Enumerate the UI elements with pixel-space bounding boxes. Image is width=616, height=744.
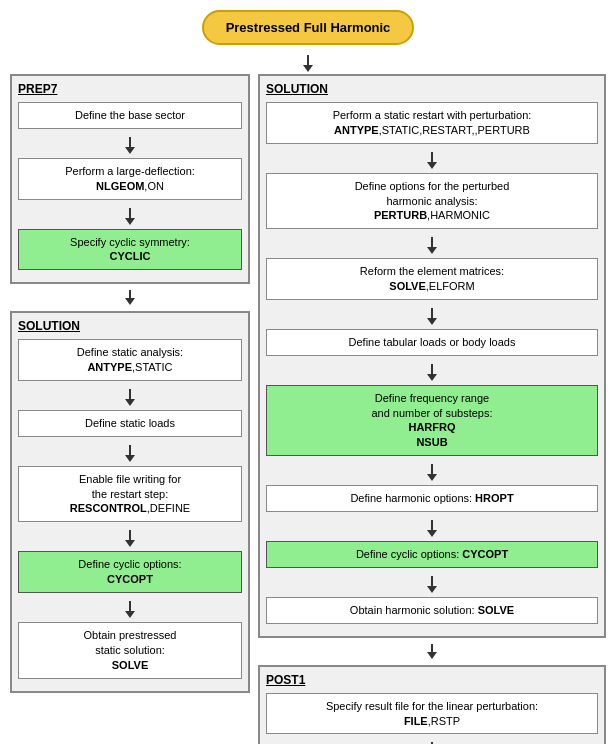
arrow (18, 135, 242, 156)
prep7-panel: PREP7 Define the base sector Perform a l… (10, 74, 250, 284)
right-sol-box-0: Perform a static restart with perturbati… (266, 102, 598, 144)
post1-panel: POST1 Specify result file for the linear… (258, 665, 606, 744)
main-row: PREP7 Define the base sector Perform a l… (10, 74, 606, 744)
left-solution-panel: SOLUTION Define static analysis:ANTYPE,S… (10, 311, 250, 692)
left-column: PREP7 Define the base sector Perform a l… (10, 74, 250, 693)
right-sol-box-2: Reform the element matrices:SOLVE,ELFORM (266, 258, 598, 300)
prep7-title: PREP7 (18, 82, 242, 96)
left-prep7-box-1: Perform a large-deflection:NLGEOM,ON (18, 158, 242, 200)
top-arrow (303, 55, 313, 72)
prep7-inner: Define the base sector Perform a large-d… (18, 102, 242, 274)
left-solution-inner: Define static analysis:ANTYPE,STATIC Def… (18, 339, 242, 682)
left-solution-title: SOLUTION (18, 319, 242, 333)
left-sol-box-4: Obtain prestressedstatic solution:SOLVE (18, 622, 242, 679)
right-sol-box-1: Define options for the perturbedharmonic… (266, 173, 598, 230)
oval-label: Prestressed Full Harmonic (226, 20, 391, 35)
right-solution-panel: SOLUTION Perform a static restart with p… (258, 74, 606, 638)
left-sol-box-1: Define static loads (18, 410, 242, 437)
between-arrow (125, 288, 135, 307)
left-prep7-box-2: Specify cyclic symmetry:CYCLIC (18, 229, 242, 271)
right-sol-box-4: Define frequency rangeand number of subs… (266, 385, 598, 456)
right-between-arrow (427, 642, 437, 661)
left-sol-box-2: Enable file writing forthe restart step:… (18, 466, 242, 523)
arrow (18, 206, 242, 227)
post1-box-0: Specify result file for the linear pertu… (266, 693, 598, 735)
post1-inner: Specify result file for the linear pertu… (266, 693, 598, 744)
left-sol-box-0: Define static analysis:ANTYPE,STATIC (18, 339, 242, 381)
right-solution-title: SOLUTION (266, 82, 598, 96)
post1-title: POST1 (266, 673, 598, 687)
page-container: Prestressed Full Harmonic PREP7 Define t… (10, 10, 606, 744)
right-sol-box-5: Define harmonic options: HROPT (266, 485, 598, 512)
right-sol-box-3: Define tabular loads or body loads (266, 329, 598, 356)
right-sol-box-7: Obtain harmonic solution: SOLVE (266, 597, 598, 624)
right-column: SOLUTION Perform a static restart with p… (258, 74, 606, 744)
left-prep7-box-0: Define the base sector (18, 102, 242, 129)
left-sol-box-3: Define cyclic options:CYCOPT (18, 551, 242, 593)
right-sol-box-6: Define cyclic options: CYCOPT (266, 541, 598, 568)
right-solution-inner: Perform a static restart with perturbati… (266, 102, 598, 628)
start-oval: Prestressed Full Harmonic (202, 10, 415, 45)
